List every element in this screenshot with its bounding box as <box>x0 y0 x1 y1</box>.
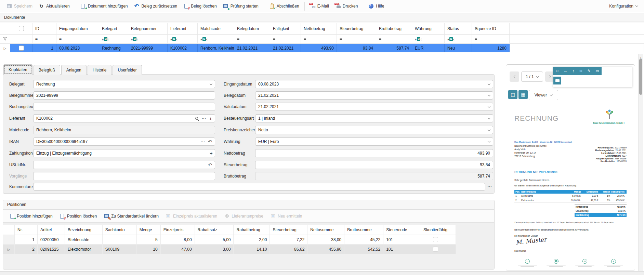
column-header-bruttosumme[interactable]: Bruttosumme <box>344 225 383 235</box>
column-header-id[interactable]: ID <box>32 23 56 35</box>
scrollbar-thumb[interactable] <box>639 59 642 95</box>
search-icon[interactable] <box>195 117 198 120</box>
chevron-down-icon[interactable] <box>488 116 490 119</box>
nettobetrag-input[interactable]: 493,90 <box>255 149 493 157</box>
column-header-sachkonto[interactable]: Sachkonto <box>103 225 137 235</box>
buchungstext-input[interactable] <box>33 103 215 111</box>
undo-icon[interactable] <box>208 139 212 144</box>
column-header-einzelpreis[interactable]: Einzelpreis <box>161 225 195 235</box>
finalize-button[interactable]: ✓ Abschließen <box>266 2 302 10</box>
column-header-rabattsatz[interactable]: Rabattsatz <box>195 225 234 235</box>
chevron-down-icon[interactable] <box>488 105 490 107</box>
column-header-belegart[interactable]: Belegart <box>99 23 128 35</box>
filter-belegdatum[interactable]: = <box>234 35 270 44</box>
filter-status[interactable]: aBc <box>445 35 472 44</box>
filter-funnel-cell[interactable] <box>0 35 10 44</box>
add-to-folder-button[interactable] <box>553 77 561 84</box>
filter-belegart[interactable]: aBc <box>99 35 128 44</box>
invoice-preview-page[interactable]: RECHNUNG Max Mustermann GmbH Max Musterm… <box>506 103 635 271</box>
add-position-button[interactable]: + Position hinzufügen <box>6 212 56 220</box>
chevron-down-icon[interactable] <box>210 82 212 85</box>
preiskennzeichen-select[interactable]: Netto <box>255 126 493 134</box>
belegnummer-input[interactable]: 2021-99999 <box>33 91 215 100</box>
split-view-button[interactable] <box>508 90 517 99</box>
start-check-button[interactable]: Prüfung starten <box>220 2 262 10</box>
refresh-button[interactable]: Aktualisieren <box>36 2 73 10</box>
ellipsis-button[interactable] <box>201 116 206 121</box>
column-header-bezeichnung[interactable]: Bezeichnung <box>65 225 103 235</box>
row-indicator-cell[interactable] <box>3 245 15 254</box>
column-header-steuerbetrag[interactable]: Steuerbetrag <box>337 23 376 35</box>
column-header-steuercode[interactable]: Steuercode <box>383 225 415 235</box>
position-row-1[interactable]: 1 00200050 Stehleuchte 5 8,00 5,00 2,00 … <box>3 235 456 245</box>
position-row-2-selected[interactable]: 2 02091525 Elektromotor S00109 10 47,00 … <box>3 245 456 254</box>
annotate-pen-icon[interactable] <box>587 69 590 73</box>
column-header-artikel[interactable]: Artikel <box>38 225 65 235</box>
undo-icon[interactable] <box>208 162 212 167</box>
filter-steuerbetrag[interactable]: = <box>337 35 376 44</box>
filter-id[interactable]: = <box>32 35 56 44</box>
add-payment-condition-button[interactable] <box>210 150 213 156</box>
row-expand-cell[interactable] <box>0 44 10 52</box>
column-header-skontierfaehig[interactable]: Skontierfähig <box>415 225 456 235</box>
filter-waehrung[interactable]: aBc <box>412 35 445 44</box>
steuerbetrag-input[interactable]: 93,84 <box>255 161 493 169</box>
zoom-in-icon[interactable] <box>579 69 582 73</box>
skontierfaehig-checkbox[interactable] <box>433 247 438 252</box>
column-header-squeeze-id[interactable]: Squeeze ID <box>472 23 510 35</box>
chevron-down-icon[interactable] <box>488 128 490 131</box>
filter-belegnummer[interactable]: aBc <box>128 35 168 44</box>
ustidnr-input[interactable] <box>33 161 215 169</box>
waehrung-select[interactable]: EUR | Euro <box>255 138 493 146</box>
column-header-nettobetrag[interactable]: Nettobetrag <box>301 23 337 35</box>
select-all-checkbox[interactable] <box>19 26 24 31</box>
delete-document-button[interactable]: ✗ Beleg löschen <box>180 2 220 10</box>
column-header-nr[interactable]: Nr. <box>15 225 38 235</box>
viewer-scrollbar[interactable] <box>638 54 643 275</box>
stamp-icon[interactable] <box>595 69 599 73</box>
column-header-bruttobetrag[interactable]: Bruttobetrag <box>376 23 412 35</box>
filter-eingangsdatum[interactable]: = <box>56 35 99 44</box>
zoom-out-icon[interactable] <box>555 69 558 73</box>
column-header-eingangsdatum[interactable]: Eingangsdatum <box>56 23 99 35</box>
column-header-belegdatum[interactable]: Belegdatum <box>234 23 270 35</box>
skontierfaehig-checkbox[interactable] <box>433 237 438 242</box>
column-header-steuerbetrag[interactable]: Steuerbetrag <box>270 225 307 235</box>
filter-lieferant[interactable]: aBc <box>168 35 198 44</box>
fit-width-icon[interactable] <box>564 69 567 73</box>
eingangsdatum-datepicker[interactable]: 08.08.2023 <box>255 80 493 88</box>
change-standard-article-button[interactable]: Zu Standardartikel ändern <box>100 212 162 220</box>
filter-faelligkeit[interactable]: = <box>270 35 301 44</box>
kommentare-ellipsis-button[interactable] <box>487 184 492 189</box>
grid-view-button[interactable] <box>518 90 528 99</box>
add-supplier-button[interactable] <box>209 116 212 121</box>
konfiguration-menu[interactable]: Konfiguration <box>609 4 641 9</box>
viewer-mode-dropdown[interactable]: Viewer <box>529 90 558 100</box>
add-document-button[interactable]: + Dokument hinzufügen <box>77 2 131 10</box>
valutadatum-datepicker[interactable]: 21.02.2021 <box>255 103 493 111</box>
row-checkbox[interactable] <box>19 45 24 51</box>
zahlungskondition-select[interactable]: Einzug | Einzugsermächtigung <box>33 149 215 157</box>
column-header-menge[interactable]: Menge <box>137 225 161 235</box>
vorgaenge-input[interactable] <box>33 172 215 180</box>
belegart-select[interactable]: Rechnung <box>33 80 215 88</box>
tab-belegfuss[interactable]: Belegfuß <box>34 65 60 75</box>
print-button[interactable]: PDF Drucken <box>332 2 361 10</box>
previous-page-button[interactable] <box>510 71 519 82</box>
update-unit-price-button[interactable]: Einzelpreis aktualisieren <box>162 212 221 220</box>
chevron-down-icon[interactable] <box>488 82 490 85</box>
tab-kopfdaten[interactable]: Kopfdaten <box>3 64 32 75</box>
delete-position-button[interactable]: ✗ Position löschen <box>56 212 100 220</box>
tab-userfelder[interactable]: Userfelder <box>113 65 142 75</box>
belegdatum-datepicker[interactable]: 21.02.2021 <box>255 91 493 100</box>
column-header-matchcode[interactable]: Matchcode <box>198 23 234 35</box>
filter-nettobetrag[interactable]: = <box>301 35 337 44</box>
tab-historie[interactable]: Historie <box>88 65 112 75</box>
email-button[interactable]: PDF E-Mail <box>307 2 332 10</box>
besteuerungsart-select[interactable]: 1 | Inland <box>255 114 493 122</box>
save-button[interactable]: Speichern <box>3 2 36 10</box>
filter-squeeze-id[interactable]: = <box>472 35 510 44</box>
page-indicator-dropdown[interactable]: 1 / 1 <box>521 71 543 82</box>
column-header-nettosumme[interactable]: Nettosumme <box>307 225 344 235</box>
column-header-waehrung[interactable]: Währung <box>412 23 445 35</box>
